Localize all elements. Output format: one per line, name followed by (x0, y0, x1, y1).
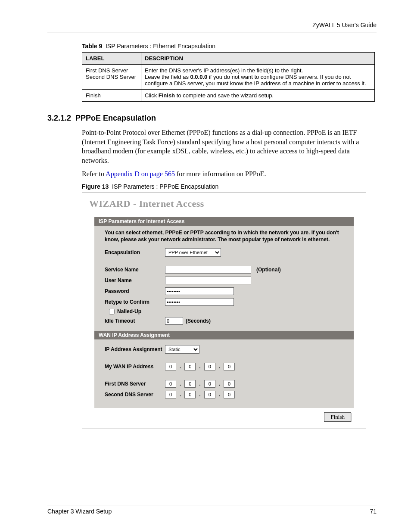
section-heading: 3.2.1.2 PPPoE Encapsulation (47, 114, 377, 123)
first-dns-label: First DNS Server (105, 381, 165, 387)
second-dns-octet-2[interactable] (184, 391, 196, 398)
ip-assignment-select[interactable]: Static (165, 345, 199, 354)
encapsulation-select[interactable]: PPP over Ethernet (165, 248, 221, 257)
table9-caption-label: Table 9 (82, 43, 102, 50)
cell-desc-dns-a: Enter the DNS server's IP address(es) in… (145, 67, 371, 74)
table9-th-desc: DESCRIPTION (141, 53, 375, 65)
optional-label: (Optional) (256, 267, 281, 273)
appendix-link[interactable]: Appendix D on page 565 (106, 170, 175, 177)
first-dns-octet-1[interactable] (165, 380, 176, 388)
second-dns-octet-3[interactable] (204, 391, 215, 398)
paragraph-1: Point-to-Point Protocol over Ethernet (P… (82, 128, 377, 165)
table9-th-label: LABEL (82, 53, 141, 65)
paragraph-2: Refer to Appendix D on page 565 for more… (82, 169, 377, 179)
table9-caption-text: ISP Parameters : Ethernet Encapsulation (106, 43, 215, 50)
password-input[interactable] (165, 287, 234, 295)
cell-label-finish: Finish (82, 90, 141, 102)
wan-ip-octet-4[interactable] (224, 363, 235, 370)
isp-parameters-panel: ISP Parameters for Internet Access You c… (94, 217, 354, 408)
retype-label: Retype to Confirm (105, 299, 165, 305)
password-label: Password (105, 288, 165, 294)
seconds-label: (Seconds) (186, 318, 211, 324)
running-header: ZyWALL 5 User's Guide (47, 22, 377, 32)
second-dns-label: Second DNS Server (105, 392, 165, 398)
figure13-caption: Figure 13 ISP Parameters : PPPoE Encapsu… (82, 183, 377, 190)
cell-desc-finish: Click Finish to complete and save the wi… (141, 90, 375, 102)
ip-assignment-label: IP Address Assignment (105, 346, 165, 352)
wan-ip-octet-3[interactable] (204, 363, 215, 370)
section-number: 3.2.1.2 (47, 114, 71, 122)
service-name-input[interactable] (165, 266, 251, 274)
footer-chapter: Chapter 3 Wizard Setup (47, 508, 112, 515)
figure13-caption-text: ISP Parameters : PPPoE Encapsulation (112, 183, 218, 190)
first-dns-octet-4[interactable] (224, 380, 235, 388)
cell-desc-dns-b: Leave the field as 0.0.0.0 if you do not… (145, 74, 371, 87)
retype-password-input[interactable] (165, 298, 234, 306)
table-row: Finish Click Finish to complete and save… (82, 90, 375, 102)
figure13-caption-label: Figure 13 (82, 183, 109, 190)
idle-timeout-input[interactable] (165, 317, 183, 325)
table-row: First DNS Server Second DNS Server Enter… (82, 65, 375, 90)
user-name-input[interactable] (165, 277, 251, 284)
finish-button[interactable]: Finish (324, 412, 351, 422)
cell-label-first-dns: First DNS Server (86, 67, 137, 74)
user-name-label: User Name (105, 277, 165, 283)
footer-page-number: 71 (370, 508, 377, 515)
my-wan-ip-label: My WAN IP Address (105, 364, 165, 370)
wizard-title: WIZARD - Internet Access (89, 198, 360, 209)
first-dns-octet-2[interactable] (184, 380, 196, 388)
table9-caption: Table 9 ISP Parameters : Ethernet Encaps… (82, 43, 377, 50)
wan-ip-octet-1[interactable] (165, 363, 176, 370)
idle-timeout-label: Idle Timeout (105, 318, 165, 324)
first-dns-octet-3[interactable] (204, 380, 215, 388)
table9: LABEL DESCRIPTION First DNS Server Secon… (82, 52, 375, 102)
wan-panel-header: WAN IP Address Assignment (94, 331, 354, 339)
nailed-up-checkbox[interactable] (109, 309, 115, 314)
nailed-up-label: Nailed-Up (117, 308, 141, 314)
service-name-label: Service Name (105, 267, 165, 273)
isp-panel-header: ISP Parameters for Internet Access (94, 217, 354, 226)
cell-label-second-dns: Second DNS Server (86, 74, 137, 80)
isp-intro-text: You can select ethernet, PPPoE or PPTP a… (105, 229, 343, 243)
encapsulation-label: Encapsulation (105, 249, 165, 255)
wizard-dialog: WIZARD - Internet Access ISP Parameters … (82, 193, 366, 429)
page-footer: Chapter 3 Wizard Setup 71 (47, 505, 377, 515)
wan-ip-octet-2[interactable] (184, 363, 196, 370)
second-dns-octet-1[interactable] (165, 391, 176, 398)
section-title: PPPoE Encapsulation (75, 114, 156, 122)
second-dns-octet-4[interactable] (224, 391, 235, 398)
